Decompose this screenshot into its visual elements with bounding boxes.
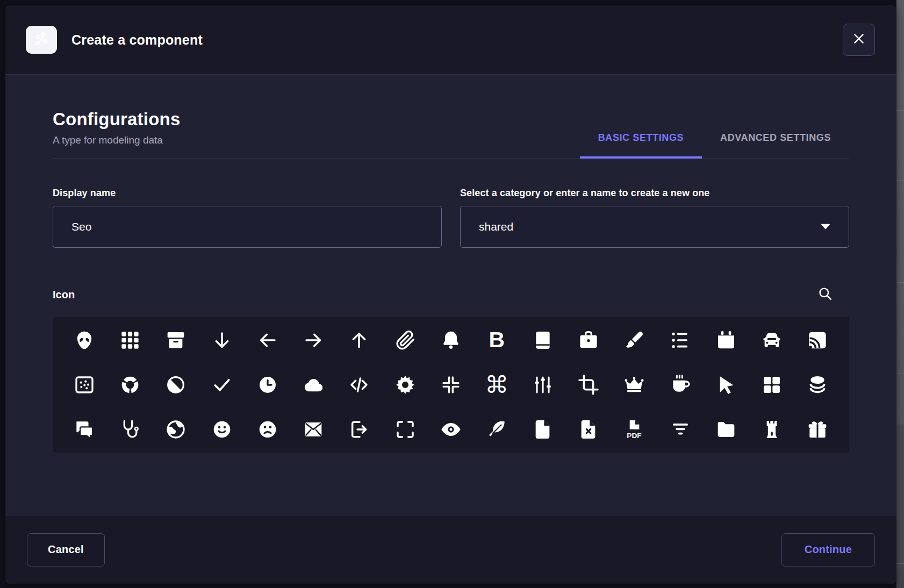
icon-option-arrow-right[interactable] (290, 318, 336, 362)
icon-option-car[interactable] (749, 318, 794, 362)
icon-option-attachment[interactable] (382, 318, 428, 362)
filter-icon (670, 419, 691, 440)
icon-option-filter[interactable] (657, 407, 703, 451)
icon-option-gate[interactable] (749, 407, 794, 451)
icon-option-check[interactable] (199, 362, 245, 407)
bullet-list-icon (670, 329, 691, 351)
icon-option-bullet-list[interactable] (657, 318, 703, 362)
icon-option-calendar[interactable] (703, 318, 749, 362)
icon-grid-row: PDF (61, 407, 841, 451)
tab-basic-settings[interactable]: BASIC SETTINGS (580, 132, 702, 159)
icon-option-faders[interactable] (520, 362, 565, 407)
category-select[interactable]: shared (460, 206, 849, 248)
icon-option-expand[interactable] (382, 407, 428, 451)
gift-icon (807, 419, 828, 440)
page-backdrop: { "modal": { "title": "Create a componen… (0, 0, 904, 588)
command-icon: ⌘ (485, 373, 508, 397)
close-button[interactable] (843, 24, 875, 56)
icon-option-briefcase[interactable] (565, 318, 611, 362)
icon-option-brush[interactable] (612, 318, 657, 362)
attachment-icon (394, 329, 416, 351)
icon-option-clock[interactable] (245, 362, 290, 407)
emotion-unhappy-icon (257, 419, 278, 440)
icon-option-file-error[interactable] (565, 407, 611, 451)
database-icon (807, 374, 828, 396)
form: Display name Select a category or enter … (53, 188, 849, 248)
cup-icon (670, 374, 691, 396)
icon-option-envelop[interactable] (290, 407, 336, 451)
icon-option-cup[interactable] (657, 362, 703, 407)
icon-option-emotion-happy[interactable] (199, 407, 245, 451)
icon-option-alien[interactable] (61, 318, 107, 362)
icon-option-book[interactable] (520, 318, 565, 362)
archive-icon (165, 329, 186, 351)
icon-option-collapse[interactable] (428, 362, 473, 407)
icon-option-apps[interactable] (107, 318, 153, 362)
icon-option-dashboard[interactable] (749, 362, 794, 407)
svg-text:PDF: PDF (627, 432, 642, 440)
clock-icon (257, 374, 278, 396)
icon-option-chart-pie[interactable] (153, 362, 199, 407)
icon-option-crop[interactable] (565, 362, 611, 407)
scrollbar-mark (896, 282, 904, 283)
icon-option-emotion-unhappy[interactable] (245, 407, 290, 451)
close-icon (851, 31, 866, 48)
feather-icon (486, 419, 507, 440)
icon-option-file-pdf[interactable]: PDF (612, 407, 657, 451)
icon-option-code[interactable] (336, 362, 382, 407)
icon-option-cursor[interactable] (703, 362, 749, 407)
chevron-down-icon (820, 220, 831, 233)
icon-option-file[interactable] (520, 407, 565, 451)
section-head: Configurations A type for modeling data … (53, 109, 849, 159)
scrollbar-mark (896, 180, 904, 181)
icon-option-earth[interactable] (153, 407, 199, 451)
icon-option-command[interactable]: ⌘ (474, 362, 520, 407)
expand-icon (394, 419, 416, 440)
arrow-up-icon (348, 329, 370, 351)
icon-option-gift[interactable] (795, 407, 841, 451)
icon-option-chart-circle[interactable] (107, 362, 153, 407)
emotion-happy-icon (211, 419, 233, 440)
icon-option-exit[interactable] (336, 407, 382, 451)
icon-option-bold[interactable]: B (474, 318, 520, 362)
crop-icon (578, 374, 599, 396)
modal-header: Create a component (5, 5, 896, 75)
icon-option-feather[interactable] (474, 407, 520, 451)
icon-option-chart-bubble[interactable] (61, 362, 107, 407)
icon-option-crown[interactable] (612, 362, 657, 407)
cancel-button[interactable]: Cancel (27, 533, 105, 567)
cloud-icon (303, 374, 324, 396)
gate-icon (761, 419, 783, 440)
icon-option-cog[interactable] (382, 362, 428, 407)
icon-option-arrow-up[interactable] (336, 318, 382, 362)
icon-search-button[interactable] (816, 285, 834, 304)
exit-icon (348, 419, 370, 440)
icon-option-doctor[interactable] (107, 407, 153, 451)
icon-option-bell[interactable] (428, 318, 473, 362)
chart-bubble-icon (74, 374, 95, 396)
icon-option-archive[interactable] (153, 318, 199, 362)
display-name-label: Display name (53, 188, 442, 199)
display-name-input[interactable] (53, 206, 442, 248)
file-pdf-icon: PDF (623, 419, 645, 440)
icon-option-eye[interactable] (428, 407, 473, 451)
icon-option-cloud[interactable] (290, 362, 336, 407)
icon-option-arrow-left[interactable] (245, 318, 290, 362)
section-subtitle: A type for modeling data (53, 134, 180, 146)
icon-option-arrow-down[interactable] (199, 318, 245, 362)
collapse-icon (440, 374, 462, 396)
continue-button[interactable]: Continue (781, 533, 875, 567)
crown-icon (623, 374, 645, 396)
tab-advanced-settings[interactable]: ADVANCED SETTINGS (702, 132, 849, 159)
code-icon (348, 374, 370, 396)
envelop-icon (303, 419, 324, 440)
icon-option-folder[interactable] (703, 407, 749, 451)
doctor-icon (119, 419, 141, 440)
page-scrollbar[interactable] (896, 0, 904, 588)
icon-option-cast[interactable] (795, 318, 841, 362)
faders-icon (532, 374, 554, 396)
icon-option-database[interactable] (795, 362, 841, 407)
icon-option-discuss[interactable] (61, 407, 107, 451)
chart-pie-icon (165, 374, 186, 396)
icon-grid-row: ⌘ (61, 362, 841, 407)
